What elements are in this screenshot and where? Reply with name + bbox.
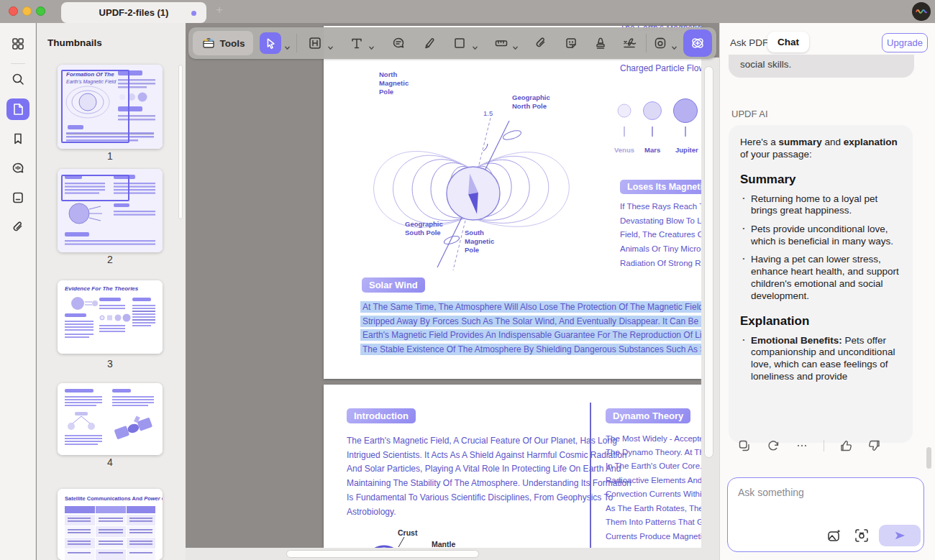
signature-tool-button[interactable]	[619, 32, 641, 54]
intro-part: and	[822, 137, 844, 147]
text-tool-dropdown[interactable]	[368, 40, 375, 45]
bookmarks-panel-button[interactable]	[6, 128, 29, 150]
ai-assistant-icon	[689, 35, 706, 52]
comments-panel-button[interactable]	[6, 157, 29, 179]
horizontal-scroll-track[interactable]	[186, 548, 719, 560]
label-text: South Magnetic Pole	[465, 229, 502, 254]
thumbnail-preview: Evidence For The Theories	[58, 280, 163, 354]
image-ai-icon	[826, 528, 842, 543]
zoom-window-button[interactable]	[36, 6, 45, 16]
select-tool-dropdown[interactable]	[284, 40, 291, 45]
chat-scrollbar-thumb[interactable]	[926, 447, 931, 469]
pdf-page-1[interactable]: The Earth's Magnetic Field I Charged Par…	[324, 26, 701, 379]
thumbs-down-icon[interactable]	[867, 439, 882, 453]
regenerate-icon[interactable]	[766, 439, 780, 453]
vertical-scroll-thumb[interactable]	[704, 66, 713, 458]
doc-text-highlighted: Earth's Magnetic Field Provides An Indis…	[360, 330, 701, 340]
introduction-badge: Introduction	[347, 408, 416, 423]
cursor-icon	[264, 37, 277, 50]
shape-tool-dropdown[interactable]	[472, 40, 478, 45]
rainbow-wave-icon	[915, 5, 928, 18]
doc-text: Radioactive Elements And Resid	[606, 476, 701, 485]
header-footer-tool-button[interactable]	[304, 32, 326, 54]
vertical-scroll-track[interactable]	[701, 58, 719, 548]
send-button[interactable]	[879, 525, 921, 546]
doc-text: Intrigued Scientists. It Acts As A Shiel…	[347, 450, 627, 460]
doc-text: Devastating Blow To Life O	[620, 216, 701, 225]
dynamo-theory-badge: Dynamo Theory	[606, 408, 690, 423]
svg-text:Evidence For The Theories: Evidence For The Theories	[65, 285, 139, 292]
summary-bullet: Returning home to a loyal pet brings gre…	[740, 193, 901, 217]
toolbar-divider	[646, 34, 647, 52]
thumbnails-scrollbar[interactable]	[178, 65, 183, 219]
tools-button[interactable]: Tools	[193, 31, 253, 55]
doc-text: Is Fundamental To Various Scientific Dis…	[347, 492, 613, 502]
upgrade-button[interactable]: Upgrade	[882, 33, 928, 52]
doc-text: Animals Or Tiny Microorgan	[620, 244, 701, 253]
image-ai-button[interactable]	[826, 527, 843, 544]
planet-label-jupiter: Jupiter	[675, 146, 698, 154]
more-icon[interactable]	[795, 439, 809, 453]
thumbnails-panel-button[interactable]	[6, 98, 29, 120]
thumbnail-page-2[interactable]	[58, 169, 163, 252]
toolbar-divider	[296, 34, 297, 52]
text-tool-button[interactable]	[346, 32, 368, 54]
minimize-window-button[interactable]	[22, 6, 32, 16]
thumbs-up-icon[interactable]	[839, 439, 853, 453]
thumbnail-page-number: 2	[37, 254, 183, 265]
unsaved-indicator-dot	[191, 11, 196, 16]
stamp-tool-button[interactable]	[590, 32, 611, 54]
document-tab[interactable]: UPDF-2-files (1)	[61, 2, 206, 23]
shape-tool-button[interactable]	[449, 32, 470, 54]
copy-icon[interactable]	[737, 439, 752, 453]
highlighter-tool-button[interactable]	[419, 32, 440, 54]
bookmark-icon	[11, 132, 25, 146]
summary-bullet: Having a pet can lower stress, enhance h…	[740, 254, 901, 302]
pdf-page-2[interactable]: Introduction The Earth's Magnetic Field,…	[324, 385, 701, 550]
measure-tool-button[interactable]	[491, 32, 512, 54]
capture-tool-dropdown[interactable]	[671, 40, 678, 45]
user-avatar[interactable]	[912, 2, 931, 21]
comment-tool-button[interactable]	[388, 32, 409, 54]
attach-tool-button[interactable]	[530, 32, 552, 54]
capture-tool-button[interactable]	[649, 32, 671, 54]
sticker-tool-button[interactable]	[560, 32, 582, 54]
diagram-label-geographic-north-pole: Geographic North Pole	[512, 93, 558, 111]
document-tab-title: UPDF-2-files (1)	[99, 7, 169, 18]
thumbnails-header: Thumbnails	[47, 37, 102, 48]
doc-text-highlighted: The Stable Existence Of The Atmosphere B…	[360, 344, 701, 354]
select-tool-button[interactable]	[260, 32, 281, 54]
left-icon-rail	[0, 23, 36, 560]
thumbnail-page-4[interactable]	[58, 383, 163, 455]
intro-part: Here's a	[740, 137, 779, 147]
attachments-page-button[interactable]	[6, 187, 29, 208]
ai-assistant-button[interactable]	[683, 29, 712, 57]
thumbnail-page-3[interactable]: Evidence For The Theories	[58, 280, 163, 354]
horizontal-scroll-thumb[interactable]	[286, 550, 479, 558]
viewport-rect	[61, 70, 129, 143]
tab-ask-pdf[interactable]: Ask PDF	[730, 37, 768, 48]
screenshot-button[interactable]	[853, 527, 870, 544]
paperclip-panel-button[interactable]	[6, 216, 29, 238]
previous-message-bubble: social skills.	[729, 55, 914, 78]
search-button[interactable]	[6, 68, 29, 90]
thumbnail-page-1[interactable]: Formation Of The Earth's Magnetic Field	[58, 65, 163, 149]
ask-input[interactable]	[731, 481, 918, 521]
diagram-label-geographic-south-pole: Geographic South Pole	[405, 220, 452, 237]
header-tool-dropdown[interactable]	[327, 40, 334, 45]
close-window-button[interactable]	[9, 6, 18, 16]
paperclip-icon	[11, 220, 25, 234]
measure-tool-dropdown[interactable]	[512, 40, 519, 45]
apps-grid-button[interactable]	[6, 33, 29, 55]
tab-chat[interactable]: Chat	[767, 32, 809, 52]
thumbnail-page-5[interactable]: Satellite Communications And Power Grids	[58, 489, 163, 560]
header-tool-icon	[308, 36, 322, 50]
signature-tool-icon	[622, 36, 638, 50]
intro-bold: summary	[779, 137, 822, 147]
new-tab-button[interactable]: +	[216, 3, 223, 17]
doc-text: Them Into Patterns That Generat	[606, 518, 701, 526]
search-icon	[11, 72, 25, 86]
planet-label-venus: Venus	[614, 146, 634, 154]
doc-text: Field, The Creatures On Th	[620, 230, 701, 239]
doc-text: Astrobiology.	[347, 507, 396, 517]
